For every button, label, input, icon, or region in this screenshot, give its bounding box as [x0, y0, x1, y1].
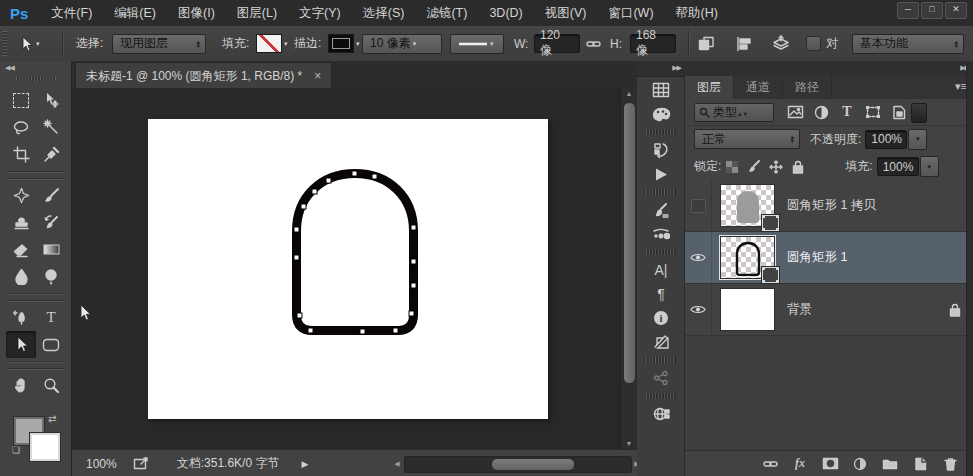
current-tool-button[interactable]: ▾	[18, 26, 40, 61]
notes-panel-button[interactable]	[644, 330, 678, 354]
clone-stamp-tool[interactable]	[6, 209, 36, 236]
document-tab[interactable]: 未标题-1 @ 100% (圆角矩形 1, RGB/8) * ×	[75, 62, 332, 89]
menu-file[interactable]: 文件(F)	[40, 5, 103, 22]
visibility-toggle[interactable]	[685, 232, 712, 283]
layer-row-background[interactable]: 背景	[685, 284, 973, 336]
dock-gripper[interactable]	[646, 249, 676, 255]
visibility-toggle[interactable]	[685, 180, 712, 231]
visibility-toggle[interactable]	[685, 284, 712, 335]
path-arrangement-button[interactable]	[772, 26, 790, 61]
filter-adjustment-layers-button[interactable]	[808, 102, 834, 122]
vertical-scrollbar[interactable]: ▲ ▼	[620, 88, 637, 449]
opacity-field[interactable]: 100%	[865, 130, 907, 149]
blur-tool[interactable]	[6, 263, 36, 290]
horizontal-scrollbar[interactable]: ◀ ▶	[404, 456, 632, 473]
shape-tool[interactable]	[36, 331, 66, 358]
filter-shape-layers-button[interactable]	[860, 102, 886, 122]
menu-image[interactable]: 图像(I)	[167, 5, 226, 22]
vertical-scroll-thumb[interactable]	[623, 102, 636, 384]
swatches-panel-button[interactable]	[644, 78, 678, 102]
fill-dropdown-button[interactable]: ▼	[920, 156, 939, 177]
menu-help[interactable]: 帮助(H)	[665, 5, 729, 22]
layer-thumbnail[interactable]	[720, 184, 775, 227]
menu-3d[interactable]: 3D(D)	[478, 6, 533, 20]
close-document-icon[interactable]: ×	[314, 69, 321, 83]
layer-name[interactable]: 圆角矩形 1 拷贝	[787, 197, 876, 214]
menu-view[interactable]: 视图(V)	[534, 5, 598, 22]
status-popup-icon[interactable]: ▶	[301, 459, 308, 469]
menu-filter[interactable]: 滤镜(T)	[415, 5, 478, 22]
menu-select[interactable]: 选择(S)	[352, 5, 416, 22]
panel-scrollbar-track[interactable]	[966, 61, 973, 476]
fill-swatch[interactable]	[256, 34, 282, 53]
zoom-tool[interactable]	[36, 372, 66, 399]
default-colors-icon[interactable]: ❏	[12, 445, 20, 455]
menu-window[interactable]: 窗口(W)	[597, 5, 664, 22]
tab-paths[interactable]: 路径	[783, 76, 832, 99]
link-layers-button[interactable]	[755, 454, 785, 474]
type-tool[interactable]: T	[36, 304, 66, 331]
timeline-panel-button[interactable]	[644, 402, 678, 426]
magic-wand-tool[interactable]	[36, 114, 66, 141]
stroke-width-dropdown[interactable]: 10 像素 ▾	[362, 34, 442, 54]
lock-all-button[interactable]	[787, 159, 809, 175]
brush-tool[interactable]	[36, 182, 66, 209]
shape-width-field[interactable]: 120 像	[534, 34, 580, 53]
new-layer-button[interactable]	[905, 454, 935, 474]
info-panel-button[interactable]: i	[644, 306, 678, 330]
close-button[interactable]: ✕	[945, 2, 967, 19]
stroke-swatch[interactable]	[328, 34, 354, 53]
new-group-button[interactable]	[875, 454, 905, 474]
pen-tool[interactable]	[6, 304, 36, 331]
actions-panel-button[interactable]	[644, 162, 678, 186]
move-tool[interactable]	[36, 87, 66, 114]
horizontal-scroll-thumb[interactable]	[491, 458, 575, 471]
filter-type-layers-button[interactable]: T	[834, 102, 860, 122]
dock-gripper[interactable]	[646, 357, 676, 363]
lasso-tool[interactable]	[6, 114, 36, 141]
scroll-up-icon[interactable]: ▲	[621, 90, 637, 97]
dock-gripper[interactable]	[646, 189, 676, 195]
brush-presets-panel-button[interactable]	[644, 222, 678, 246]
select-mode-dropdown[interactable]: 现用图层 ▲▼	[112, 34, 206, 54]
color-panel-button[interactable]	[644, 102, 678, 126]
character-panel-button[interactable]: A|	[644, 258, 678, 282]
filter-pixel-layers-button[interactable]	[782, 102, 808, 122]
layer-name[interactable]: 背景	[787, 301, 812, 318]
link-dimensions-button[interactable]	[586, 26, 601, 61]
lock-position-button[interactable]	[765, 159, 787, 175]
history-brush-tool[interactable]	[36, 209, 66, 236]
shape-height-field[interactable]: 168 像	[630, 34, 676, 53]
status-icon[interactable]	[133, 457, 149, 471]
maximize-button[interactable]: □	[921, 2, 943, 19]
stroke-type-dropdown[interactable]: ▾	[450, 34, 504, 54]
menu-type[interactable]: 文字(Y)	[288, 5, 352, 22]
minimize-button[interactable]: ─	[897, 2, 919, 19]
marquee-tool[interactable]	[6, 87, 36, 114]
tab-layers[interactable]: 图层	[685, 76, 734, 99]
filter-smart-objects-button[interactable]	[886, 102, 912, 122]
swap-colors-icon[interactable]: ⇄	[48, 413, 56, 424]
zoom-level-field[interactable]: 100%	[86, 457, 117, 471]
filter-type-dropdown[interactable]: 类型 ▲▼	[694, 103, 774, 122]
layer-style-button[interactable]: fx	[785, 454, 815, 474]
rounded-rectangle-shape[interactable]	[290, 167, 420, 337]
opacity-dropdown-button[interactable]: ▼	[908, 129, 927, 150]
share-panel-button[interactable]	[644, 366, 678, 390]
layer-name[interactable]: 圆角矩形 1	[787, 249, 847, 266]
lock-pixels-button[interactable]	[743, 159, 765, 175]
blend-mode-dropdown[interactable]: 正常 ▲▼	[694, 129, 800, 149]
layer-thumbnail[interactable]	[720, 236, 775, 279]
eraser-tool[interactable]	[6, 236, 36, 263]
options-gripper[interactable]	[3, 31, 7, 56]
delete-layer-button[interactable]	[935, 454, 965, 474]
menu-layer[interactable]: 图层(L)	[226, 5, 288, 22]
layer-thumbnail[interactable]	[720, 288, 775, 331]
scroll-down-icon[interactable]: ▼	[621, 440, 637, 447]
dock-gripper[interactable]	[646, 393, 676, 399]
fill-field[interactable]: 100%	[877, 157, 919, 176]
canvas-pasteboard[interactable]	[72, 88, 621, 449]
collapse-toolbar-icon[interactable]: ◀◀	[5, 64, 14, 72]
tab-channels[interactable]: 通道	[734, 76, 783, 99]
adjustment-layer-button[interactable]	[845, 454, 875, 474]
